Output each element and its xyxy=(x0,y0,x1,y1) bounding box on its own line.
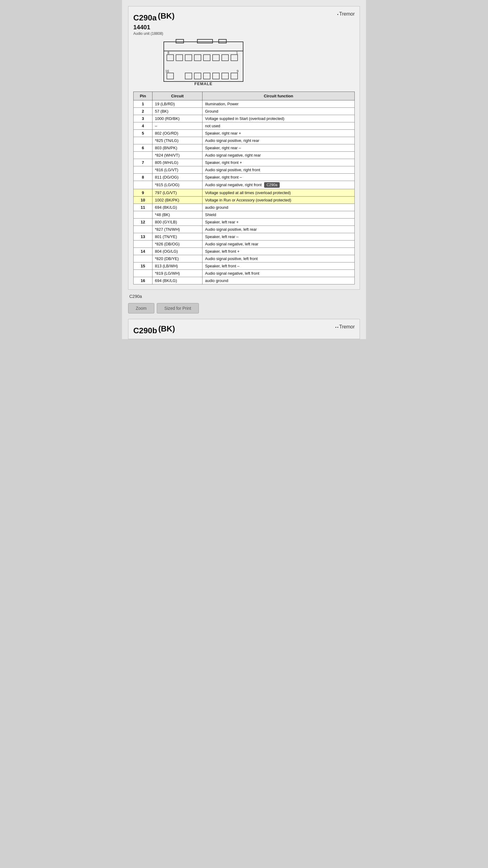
table-row: *48 (BK)Shield xyxy=(134,211,355,218)
function-cell: Shield xyxy=(202,211,355,218)
function-cell: Audio signal positive, left rear xyxy=(202,225,355,233)
table-row: 16694 (BK/LG)audio ground xyxy=(134,277,355,284)
table-row: 7805 (WH/LG)Speaker, right front + xyxy=(134,159,355,166)
table-row: *819 (LG/WH)Audio signal negative, left … xyxy=(134,270,355,277)
function-cell: Speaker, right rear + xyxy=(202,129,355,137)
svg-rect-12 xyxy=(222,55,228,61)
function-cell: Audio signal negative, right rear xyxy=(202,151,355,159)
circuit-cell: 803 (BN/PK) xyxy=(152,144,202,151)
part-number: 14401 xyxy=(133,24,355,31)
circuit-cell: 802 (OG/RD) xyxy=(152,129,202,137)
function-cell: audio ground xyxy=(202,277,355,284)
table-row: *820 (DB/YE)Audio signal positive, left … xyxy=(134,255,355,262)
function-cell: Ground xyxy=(202,107,355,115)
circuit-cell: *826 (DB/OG) xyxy=(152,240,202,248)
table-row: 14804 (OG/LG)Speaker, left front + xyxy=(134,248,355,255)
function-cell: Speaker, left rear – xyxy=(202,233,355,240)
function-cell: Speaker, left rear + xyxy=(202,218,355,225)
button-row: Zoom Sized for Print xyxy=(128,301,360,316)
table-row: *825 (TN/LG)Audio signal positive, right… xyxy=(134,137,355,144)
pin-cell xyxy=(134,240,153,248)
table-row: 31000 (RD/BK)Voltage supplied in Start (… xyxy=(134,115,355,122)
svg-text:8: 8 xyxy=(167,51,169,55)
svg-rect-22 xyxy=(231,73,237,79)
pin-cell: 4 xyxy=(134,122,153,129)
col-header-circuit: Circuit xyxy=(152,92,202,100)
svg-rect-20 xyxy=(213,73,219,79)
function-cell: Audio signal positive, right front xyxy=(202,166,355,173)
c290b-section: C290b (BK) • • Tremor xyxy=(128,319,360,339)
circuit-cell: *48 (BK) xyxy=(152,211,202,218)
circuit-cell: 1002 (BK/PK) xyxy=(152,196,202,204)
circuit-cell: 57 (BK) xyxy=(152,107,202,115)
svg-rect-17 xyxy=(185,73,192,79)
col-header-pin: Pin xyxy=(134,92,153,100)
pin-cell: 1 xyxy=(134,100,153,107)
pin-cell xyxy=(134,225,153,233)
function-cell: Audio signal positive, right rear xyxy=(202,137,355,144)
circuit-cell: *824 (WH/VT) xyxy=(152,151,202,159)
table-row: *824 (WH/VT)Audio signal negative, right… xyxy=(134,151,355,159)
circuit-cell: *820 (DB/YE) xyxy=(152,255,202,262)
connector-id: C290a xyxy=(133,13,157,22)
pin-cell: 13 xyxy=(134,233,153,240)
svg-text:FEMALE: FEMALE xyxy=(194,82,212,86)
c290a-section: C290a (BK) • Tremor 14401 Audio unit (18… xyxy=(128,6,360,290)
circuit-cell: 19 (LB/RD) xyxy=(152,100,202,107)
pin-cell: 2 xyxy=(134,107,153,115)
circuit-cell: *827 (TN/WH) xyxy=(152,225,202,233)
svg-text:9: 9 xyxy=(237,69,238,73)
pin-cell: 11 xyxy=(134,204,153,211)
table-row: *827 (TN/WH)Audio signal positive, left … xyxy=(134,225,355,233)
table-row: 101002 (BK/PK)Voltage in Run or Accessor… xyxy=(134,196,355,204)
table-row: 8811 (DG/OG)Speaker, right front – xyxy=(134,173,355,181)
svg-text:1: 1 xyxy=(236,51,238,55)
function-cell: Speaker, right front – xyxy=(202,173,355,181)
circuit-cell: – xyxy=(152,122,202,129)
pin-cell xyxy=(134,211,153,218)
function-cell: Speaker, left front – xyxy=(202,262,355,270)
circuit-cell: *815 (LG/OG) xyxy=(152,181,202,189)
svg-rect-18 xyxy=(194,73,201,79)
pin-cell xyxy=(134,137,153,144)
function-cell: Speaker, right front + xyxy=(202,159,355,166)
c290b-header: C290b (BK) • • Tremor xyxy=(133,324,355,335)
zoom-button[interactable]: Zoom xyxy=(128,303,154,313)
sized-for-print-button[interactable]: Sized for Print xyxy=(157,303,199,313)
svg-rect-21 xyxy=(222,73,228,79)
connector-suffix: (BK) xyxy=(158,11,175,21)
tooltip-c290a: C290a xyxy=(264,182,280,188)
circuit-cell: 813 (LB/WH) xyxy=(152,262,202,270)
table-row: *826 (DB/OG)Audio signal negative, left … xyxy=(134,240,355,248)
svg-text:16: 16 xyxy=(165,69,169,73)
pin-cell: 16 xyxy=(134,277,153,284)
svg-rect-16 xyxy=(167,73,173,79)
function-cell: Voltage supplied in Start (overload prot… xyxy=(202,115,355,122)
pin-cell: 9 xyxy=(134,189,153,196)
table-row: 9797 (LG/VT)Voltage supplied at all time… xyxy=(134,189,355,196)
c290b-tremor-label: • • Tremor xyxy=(335,324,355,330)
svg-rect-1 xyxy=(176,39,184,43)
circuit-cell: 797 (LG/VT) xyxy=(152,189,202,196)
table-row: *815 (LG/OG)Audio signal negative, right… xyxy=(134,181,355,189)
function-cell: not used xyxy=(202,122,355,129)
svg-rect-5 xyxy=(167,55,173,61)
pin-cell: 14 xyxy=(134,248,153,255)
c290b-id: C290b xyxy=(133,326,157,335)
table-row: 119 (LB/RD)Illumination, Power xyxy=(134,100,355,107)
pin-cell xyxy=(134,166,153,173)
pin-cell: 10 xyxy=(134,196,153,204)
tremor-label: • Tremor xyxy=(337,11,355,17)
circuit-cell: 1000 (RD/BK) xyxy=(152,115,202,122)
pin-cell: 12 xyxy=(134,218,153,225)
circuit-cell: *819 (LG/WH) xyxy=(152,270,202,277)
pin-cell: 3 xyxy=(134,115,153,122)
function-cell: Audio signal negative, left rear xyxy=(202,240,355,248)
table-row: 15813 (LB/WH)Speaker, left front – xyxy=(134,262,355,270)
table-row: *816 (LG/VT)Audio signal positive, right… xyxy=(134,166,355,173)
function-cell: Illumination, Power xyxy=(202,100,355,107)
function-cell: Audio signal negative, right frontC290a xyxy=(202,181,355,189)
circuit-cell: 694 (BK/LG) xyxy=(152,277,202,284)
svg-rect-3 xyxy=(219,39,226,43)
pin-cell xyxy=(134,255,153,262)
